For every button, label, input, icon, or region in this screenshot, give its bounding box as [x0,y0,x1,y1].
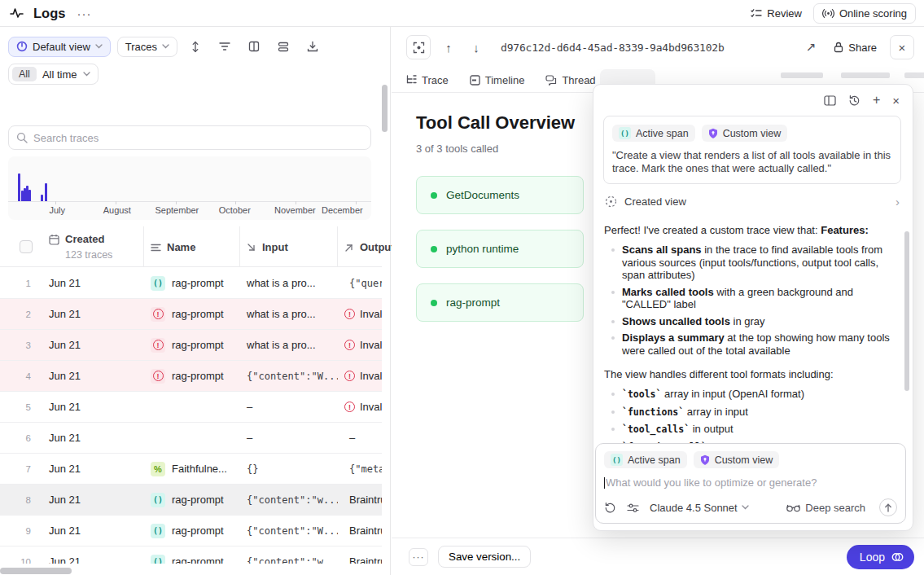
close-trace-button[interactable]: × [890,35,914,59]
history-icon[interactable] [848,94,861,107]
loop-button[interactable]: Loop [847,545,914,569]
tool-name: rag-prompt [446,296,500,309]
chevron-right-icon: › [896,195,900,208]
row-name: rag-prompt [172,308,224,320]
horizontal-scrollbar[interactable] [0,568,72,574]
page-more-menu[interactable]: ··· [77,7,91,20]
month-label: December [322,205,363,215]
row-created: Jun 21 [42,370,144,382]
next-trace-button[interactable]: ↓ [466,41,486,55]
text-cursor [604,477,605,489]
assistant-scrollbar[interactable] [904,231,909,391]
row-input: {"content":"w... [240,494,338,506]
app-header: Logs ··· Review Online scoring [0,0,924,27]
custom-view-badge[interactable]: Custom view [702,125,788,142]
name-column-header[interactable]: Name [144,241,239,253]
tab-thread[interactable]: Thread [545,74,595,86]
rows-layout-button[interactable] [272,36,295,57]
row-number: 5 [0,402,42,412]
row-output: {"metad [338,463,382,475]
search-input[interactable] [33,132,363,144]
table-row[interactable]: 2 Jun 21 !rag-prompt what is a pro... !I… [0,299,382,330]
created-view-row[interactable]: Created view › [603,184,901,217]
table-row[interactable]: 1 Jun 21 ()rag-prompt what is a pro... {… [0,268,382,299]
share-button[interactable]: Share [834,42,877,54]
error-icon: ! [151,369,165,384]
new-chat-icon[interactable]: + [873,93,880,108]
row-number: 9 [0,526,42,536]
table-row[interactable]: 8 Jun 21 ()rag-prompt {"content":"w... B… [0,485,382,516]
left-panel-scrollbar[interactable] [382,85,388,132]
table-row[interactable]: 5 Jun 21 – !Inval [0,392,382,423]
tab-timeline[interactable]: Timeline [470,74,525,86]
settings-sliders-icon[interactable] [627,503,639,513]
select-all-checkbox[interactable] [20,240,33,253]
tab-trace[interactable]: Trace [406,74,449,86]
called-dot-icon [431,192,437,199]
prev-trace-button[interactable]: ↑ [439,41,458,55]
deep-search-toggle[interactable]: Deep search [786,502,865,514]
reset-chat-icon[interactable] [604,502,616,514]
table-row[interactable]: 9 Jun 21 ()rag-prompt {"content":"W... B… [0,516,382,546]
more-options-button[interactable]: ··· [409,548,428,566]
custom-view-badge[interactable]: Custom view [694,451,780,468]
bullet-item: Shows uncalled tools in gray [603,315,901,328]
active-span-badge[interactable]: () Active span [604,451,687,468]
created-column-header[interactable]: Created123 traces [42,233,143,261]
online-scoring-button[interactable]: Online scoring [813,3,916,24]
trace-id: d976c12d-d6d4-45ad-8339-9a4bd963102b [501,42,725,54]
input-column-header[interactable]: Input [240,241,337,253]
tool-card: rag-prompt [416,283,584,322]
row-input: {} [240,463,338,475]
table-row[interactable]: 7 Jun 21 %Faithfulne... {} {"metad [0,454,382,485]
time-filter[interactable]: All All time [8,64,99,85]
row-input: what is a pro... [240,308,338,320]
row-name: Faithfulne... [172,463,227,475]
row-height-button[interactable] [184,36,207,57]
bullet-item: `tool_calls` in output [603,423,901,437]
traces-selector[interactable]: Traces [117,37,177,57]
logs-pulse-icon [10,7,24,19]
active-span-badge[interactable]: () Active span [612,125,695,142]
row-name: rag-prompt [172,555,224,564]
row-created: Jun 21 [42,494,144,506]
assistant-prompt-input[interactable] [606,476,897,489]
histogram-bar [45,183,47,201]
split-view-icon[interactable] [824,95,836,106]
row-created: Jun 21 [42,308,144,320]
called-dot-icon [431,246,437,252]
table-row[interactable]: 6 Jun 21 – – [0,423,382,454]
row-name: rag-prompt [172,277,224,289]
view-icon [16,41,28,52]
table-row[interactable]: 10 Jun 21 ()rag-prompt {"content":"w... … [0,546,382,564]
download-button[interactable] [301,36,324,57]
bullet-item: Scans all spans in the trace to find ava… [603,244,901,282]
view-selector[interactable]: Default view [8,37,111,57]
logs-toolbar: Default view Traces [0,27,390,57]
row-input: {"content":"w... [240,556,338,564]
logs-list-panel: Default view Traces All All time [0,27,391,575]
table-row[interactable]: 3 Jun 21 !rag-prompt what is a pro... !I… [0,330,382,361]
model-selector[interactable]: Claude 4.5 Sonnet [650,502,749,514]
review-button[interactable]: Review [751,7,802,20]
assistant-input-card: () Active span Custom view Claude 4.5 So… [595,443,906,524]
code-span-icon: () [151,555,165,564]
close-assistant-icon[interactable]: × [892,94,900,108]
focus-span-button[interactable] [406,35,431,59]
user-request-text: "Create a view that renders a list of al… [612,149,892,175]
columns-button[interactable] [243,36,265,57]
search-icon [16,132,28,143]
filter-button[interactable] [213,36,236,57]
assistant-header: + × [593,85,913,109]
row-output: {"query [338,278,382,289]
trace-histogram[interactable]: JulyAugustSeptemberOctoberNovemberDecemb… [8,156,371,220]
expand-icon[interactable]: ↗ [801,40,821,55]
shield-icon [700,454,710,466]
page-title: Logs [33,6,65,21]
save-version-button[interactable]: Save version... [438,546,531,568]
row-created: Jun 21 [42,525,144,537]
dashed-circle-icon [605,195,617,208]
table-row[interactable]: 4 Jun 21 !rag-prompt {"content":"W... !I… [0,361,382,392]
filter-row: All All time [0,57,390,85]
send-button[interactable] [879,498,897,516]
